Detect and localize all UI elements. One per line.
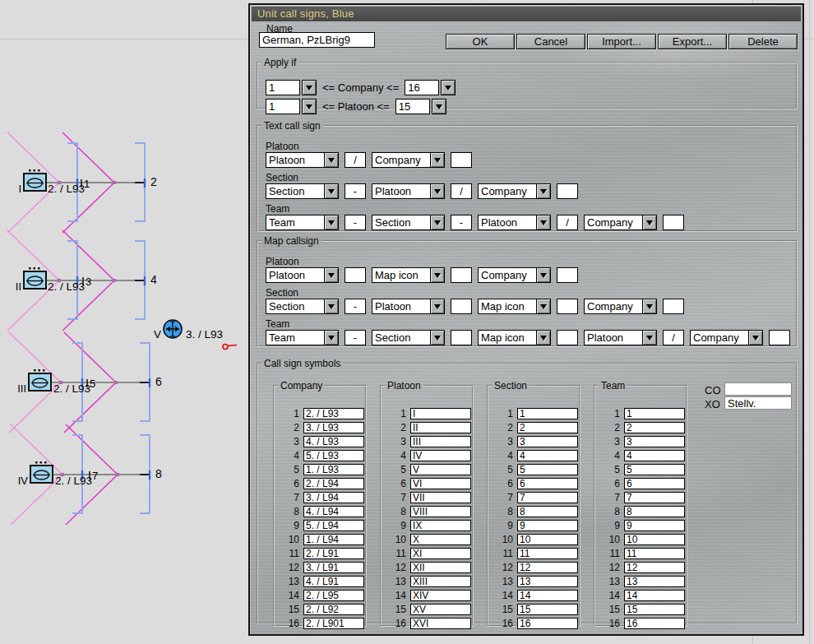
platoon-select[interactable]: Platoon bbox=[478, 215, 551, 230]
dropdown-arrow-icon[interactable] bbox=[325, 299, 339, 314]
dropdown-arrow-icon[interactable] bbox=[441, 80, 456, 95]
combo-value[interactable]: Company bbox=[584, 299, 643, 314]
map-icon-select[interactable]: Map icon bbox=[478, 330, 551, 345]
team-symbol-input-6[interactable] bbox=[624, 478, 685, 489]
company-select[interactable]: Company bbox=[372, 152, 445, 168]
section-symbol-input-4[interactable] bbox=[517, 450, 578, 461]
company-symbol-input-12[interactable] bbox=[303, 562, 364, 573]
platoon-symbol-input-7[interactable] bbox=[410, 492, 471, 503]
section-symbol-input-8[interactable] bbox=[517, 506, 578, 517]
dropdown-arrow-icon[interactable] bbox=[749, 330, 763, 345]
company-symbol-input-7[interactable] bbox=[303, 492, 364, 503]
dropdown-arrow-icon[interactable] bbox=[325, 215, 339, 230]
section-symbol-input-6[interactable] bbox=[517, 478, 578, 489]
company-symbol-input-9[interactable] bbox=[303, 520, 364, 531]
ok-button[interactable]: OK bbox=[446, 34, 515, 49]
team-symbol-input-14[interactable] bbox=[624, 590, 685, 601]
dropdown-arrow-icon[interactable] bbox=[302, 99, 317, 114]
combo-value[interactable]: Map icon bbox=[478, 330, 537, 345]
platoon-select[interactable]: Platoon bbox=[266, 152, 339, 168]
suffix-input[interactable] bbox=[451, 299, 472, 314]
section-select[interactable]: Section bbox=[372, 330, 445, 345]
platoon-symbol-input-5[interactable] bbox=[410, 464, 471, 475]
company-select[interactable]: Company bbox=[478, 183, 551, 199]
company-symbol-input-11[interactable] bbox=[303, 548, 364, 559]
separator-input[interactable]: / bbox=[345, 152, 366, 168]
map-icon-select[interactable]: Map icon bbox=[478, 299, 551, 314]
team-symbol-input-9[interactable] bbox=[624, 520, 685, 531]
separator-input[interactable]: - bbox=[345, 330, 366, 345]
dropdown-arrow-icon[interactable] bbox=[431, 215, 445, 230]
unit-symbol-icon[interactable] bbox=[24, 169, 46, 191]
combo-value[interactable]: Platoon bbox=[372, 183, 431, 199]
company-symbol-input-1[interactable] bbox=[303, 408, 364, 419]
team-symbol-input-3[interactable] bbox=[624, 436, 685, 447]
platoon-symbol-input-9[interactable] bbox=[410, 520, 471, 531]
team-select[interactable]: Team bbox=[266, 330, 339, 345]
suffix-input[interactable] bbox=[663, 215, 684, 230]
separator-input[interactable]: - bbox=[451, 215, 472, 230]
hq-unit-symbol[interactable]: V3. / L93 bbox=[154, 320, 223, 341]
combo-value[interactable]: Section bbox=[372, 215, 431, 230]
suffix-input[interactable] bbox=[557, 330, 578, 345]
team-symbol-input-15[interactable] bbox=[624, 604, 685, 615]
section-symbol-input-2[interactable] bbox=[517, 422, 578, 433]
combo-value[interactable]: Section bbox=[266, 183, 325, 199]
dropdown-arrow-icon[interactable] bbox=[431, 183, 445, 199]
dropdown-arrow-icon[interactable] bbox=[431, 299, 445, 314]
unit-symbol-icon[interactable] bbox=[30, 461, 53, 483]
xo-input[interactable] bbox=[724, 396, 792, 410]
platoon-select[interactable]: Platoon bbox=[584, 330, 657, 345]
team-symbol-input-4[interactable] bbox=[624, 450, 685, 461]
dropdown-arrow-icon[interactable] bbox=[431, 267, 445, 283]
combo-value[interactable]: Platoon bbox=[266, 152, 325, 168]
separator-input[interactable]: - bbox=[345, 299, 366, 314]
dropdown-arrow-icon[interactable] bbox=[325, 267, 339, 283]
platoon-symbol-input-2[interactable] bbox=[410, 422, 471, 433]
combo-value[interactable]: Platoon bbox=[266, 267, 325, 283]
company-select[interactable]: Company bbox=[584, 299, 657, 314]
company-symbol-input-8[interactable] bbox=[303, 506, 364, 517]
dialog-titlebar[interactable]: Unit call signs, Blue bbox=[252, 7, 801, 21]
dropdown-arrow-icon[interactable] bbox=[537, 330, 551, 345]
team-symbol-input-2[interactable] bbox=[624, 422, 685, 433]
team-symbol-input-12[interactable] bbox=[624, 562, 685, 573]
name-input[interactable] bbox=[259, 32, 375, 48]
suffix-input[interactable] bbox=[451, 330, 472, 345]
separator-input[interactable]: / bbox=[451, 183, 472, 199]
company-symbol-input-10[interactable] bbox=[303, 534, 364, 545]
co-input[interactable] bbox=[724, 382, 792, 396]
dropdown-arrow-icon[interactable] bbox=[537, 215, 551, 230]
combo-value[interactable]: Section bbox=[372, 330, 431, 345]
suffix-input[interactable] bbox=[451, 152, 472, 168]
platoon-symbol-input-1[interactable] bbox=[410, 408, 471, 419]
platoon-symbol-input-8[interactable] bbox=[410, 506, 471, 517]
platoon-symbol-input-13[interactable] bbox=[410, 576, 471, 587]
combo-value[interactable]: Map icon bbox=[372, 267, 431, 283]
combo-value[interactable]: Team bbox=[266, 215, 325, 230]
platoon-symbol-input-3[interactable] bbox=[410, 436, 471, 447]
suffix-input[interactable] bbox=[769, 330, 790, 345]
company-select[interactable]: Company bbox=[478, 267, 551, 283]
platoon-symbol-input-6[interactable] bbox=[410, 478, 471, 489]
section-symbol-input-5[interactable] bbox=[517, 464, 578, 475]
section-symbol-input-10[interactable] bbox=[517, 534, 578, 545]
combo-value[interactable]: Company bbox=[690, 330, 749, 345]
dropdown-arrow-icon[interactable] bbox=[537, 267, 551, 283]
section-symbol-input-13[interactable] bbox=[517, 576, 578, 587]
company-symbol-input-4[interactable] bbox=[303, 450, 364, 461]
team-select[interactable]: Team bbox=[266, 215, 339, 230]
unit-symbol-icon[interactable] bbox=[29, 369, 51, 391]
team-symbol-input-10[interactable] bbox=[624, 534, 685, 545]
section-symbol-input-15[interactable] bbox=[517, 604, 578, 615]
company-select[interactable]: Company bbox=[690, 330, 763, 345]
combo-value[interactable]: Company bbox=[372, 152, 431, 168]
combo-value[interactable]: Company bbox=[478, 183, 537, 199]
company-select[interactable]: Company bbox=[584, 215, 657, 230]
map-icon-select[interactable]: Map icon bbox=[372, 267, 445, 283]
dropdown-arrow-icon[interactable] bbox=[643, 330, 657, 345]
suffix-input[interactable] bbox=[557, 299, 578, 314]
dropdown-arrow-icon[interactable] bbox=[643, 299, 657, 314]
suffix-input[interactable] bbox=[451, 267, 472, 283]
export-button[interactable]: Export... bbox=[658, 34, 727, 49]
